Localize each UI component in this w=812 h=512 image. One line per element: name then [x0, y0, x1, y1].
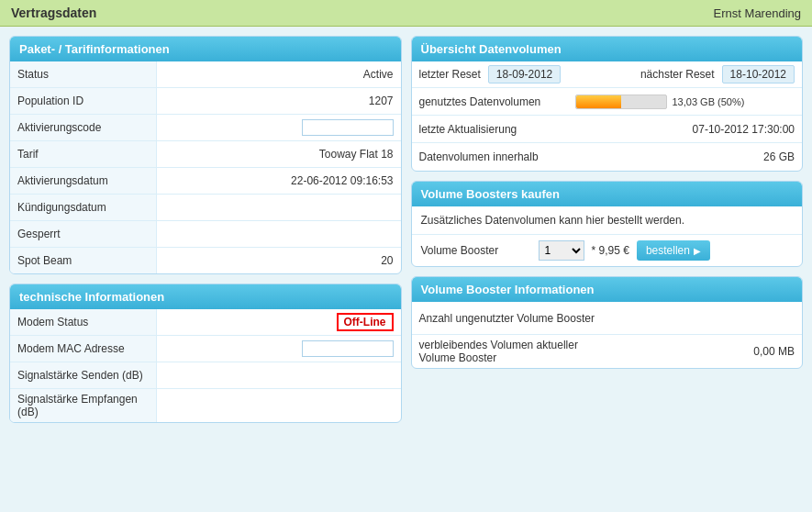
datenvolumen-innerhalb-row: Datenvolumen innerhalb 26 GB — [412, 143, 803, 171]
verbleibendes-label: verbleibendes Volumen aktuellerVolume Bo… — [419, 339, 722, 364]
aktivierungsdatum-label: Aktivierungsdatum — [10, 168, 157, 194]
genutztes-value: 13,03 GB (50%) — [568, 91, 803, 113]
status-label: Status — [10, 61, 157, 87]
aktivierungscode-input[interactable] — [302, 119, 394, 136]
signal-empfangen-value — [157, 402, 401, 409]
table-row: Signalstärke Empfangen (dB) — [10, 389, 401, 422]
datenvolumen-row: genutztes Datenvolumen 13,03 GB (50%) — [412, 88, 803, 116]
left-column: Paket- / Tarifinformationen Status Activ… — [9, 36, 402, 423]
table-row: Aktivierungsdatum 22-06-2012 09:16:53 — [10, 168, 401, 195]
modem-mac-input[interactable] — [302, 340, 394, 357]
tarif-label: Tarif — [10, 141, 157, 167]
reset-row: letzter Reset 18-09-2012 nächster Reset … — [412, 61, 803, 88]
modem-status-value: Off-Line — [157, 309, 401, 335]
booster-info-header: Volume Booster Informationen — [412, 277, 803, 302]
tarif-value: Tooway Flat 18 — [157, 144, 401, 164]
booster-kaufen-body: Zusätzliches Datenvolumen kann hier best… — [412, 206, 803, 266]
aktivierungsdatum-value: 22-06-2012 09:16:53 — [157, 171, 401, 191]
kuendigungsdatum-label: Kündigungsdatum — [10, 195, 157, 220]
anzahl-label: Anzahl ungenutzter Volume Booster — [419, 312, 722, 325]
aktivierungscode-label: Aktivierungscode — [10, 115, 157, 140]
paket-panel-body: Status Active Population ID 1207 Aktivie… — [10, 61, 401, 273]
booster-info-panel: Volume Booster Informationen Anzahl unge… — [411, 276, 804, 369]
table-row: Tarif Tooway Flat 18 — [10, 141, 401, 168]
booster-row-label: Volume Booster — [421, 244, 531, 257]
table-row: Aktivierungscode — [10, 115, 401, 141]
booster-info-body: Anzahl ungenutzter Volume Booster verble… — [412, 302, 803, 368]
signal-senden-label: Signalstärke Senden (dB) — [10, 362, 157, 388]
table-row: Gesperrt — [10, 221, 401, 248]
datenvolumen-innerhalb-label: Datenvolumen innerhalb — [412, 147, 568, 167]
progress-label: 13,03 GB (50%) — [673, 96, 745, 107]
paket-panel-header: Paket- / Tarifinformationen — [10, 37, 401, 61]
population-id-value: 1207 — [157, 91, 401, 111]
progress-bar-outer — [575, 95, 667, 109]
aktivierungscode-field-container — [157, 116, 401, 139]
progress-bar-inner — [576, 95, 621, 108]
bestellen-button[interactable]: bestellen — [637, 240, 710, 261]
status-value: Active — [157, 64, 401, 84]
aktualisierung-row: letzte Aktualisierung 07-10-2012 17:30:0… — [412, 116, 803, 143]
datenvolumen-innerhalb-value: 26 GB — [568, 147, 803, 167]
gesperrt-label: Gesperrt — [10, 221, 157, 247]
bestellen-label: bestellen — [646, 244, 690, 257]
table-row: Spot Beam 20 — [10, 248, 401, 273]
uebersicht-panel: Übersicht Datenvolumen letzter Reset 18-… — [411, 36, 804, 172]
table-row: Anzahl ungenutzter Volume Booster — [412, 302, 803, 335]
kuendigungsdatum-value — [157, 204, 401, 211]
spot-beam-value: 20 — [157, 250, 401, 271]
header: Vertragsdaten Ernst Marending — [0, 0, 812, 27]
modem-mac-field-container — [157, 337, 401, 361]
modem-mac-label: Modem MAC Adresse — [10, 336, 157, 362]
uebersicht-panel-header: Übersicht Datenvolumen — [412, 37, 803, 61]
right-column: Übersicht Datenvolumen letzter Reset 18-… — [411, 36, 804, 423]
table-row: Signalstärke Senden (dB) — [10, 362, 401, 389]
booster-description: Zusätzliches Datenvolumen kann hier best… — [412, 206, 803, 235]
table-row: Population ID 1207 — [10, 88, 401, 115]
table-row: verbleibendes Volumen aktuellerVolume Bo… — [412, 335, 803, 368]
naechster-reset-value: 18-10-2012 — [722, 65, 795, 83]
letzter-reset-label: letzter Reset — [419, 68, 481, 81]
booster-quantity-select[interactable]: 1 2 3 5 — [539, 240, 584, 261]
uebersicht-panel-body: letzter Reset 18-09-2012 nächster Reset … — [412, 61, 803, 171]
progress-container: 13,03 GB (50%) — [575, 95, 795, 109]
letzte-aktualisierung-label: letzte Aktualisierung — [412, 119, 568, 139]
table-row: Modem MAC Adresse — [10, 336, 401, 362]
table-row: Kündigungsdatum — [10, 195, 401, 221]
booster-kaufen-panel: Volume Boosters kaufen Zusätzliches Date… — [411, 181, 804, 267]
table-row: Modem Status Off-Line — [10, 309, 401, 336]
population-id-label: Population ID — [10, 88, 157, 114]
signal-senden-value — [157, 372, 401, 379]
offline-badge: Off-Line — [337, 313, 394, 331]
table-row: Status Active — [10, 61, 401, 88]
technik-panel-header: technische Informationen — [10, 284, 401, 309]
letzte-aktualisierung-value: 07-10-2012 17:30:00 — [568, 119, 803, 139]
booster-order-row: Volume Booster 1 2 3 5 * 9,95 € bestelle… — [412, 235, 803, 266]
paket-panel: Paket- / Tarifinformationen Status Activ… — [9, 36, 402, 274]
letzter-reset-value: 18-09-2012 — [488, 65, 561, 83]
modem-status-label: Modem Status — [10, 309, 157, 335]
user-name: Ernst Marending — [714, 6, 801, 20]
technik-panel-body: Modem Status Off-Line Modem MAC Adresse … — [10, 309, 401, 422]
signal-empfangen-label: Signalstärke Empfangen (dB) — [10, 389, 157, 422]
booster-kaufen-header: Volume Boosters kaufen — [412, 182, 803, 206]
genutztes-label: genutztes Datenvolumen — [412, 92, 568, 112]
technik-panel: technische Informationen Modem Status Of… — [9, 284, 402, 423]
main-content: Paket- / Tarifinformationen Status Activ… — [0, 27, 812, 432]
spot-beam-label: Spot Beam — [10, 248, 157, 273]
naechster-reset-label: nächster Reset — [640, 68, 715, 81]
verbleibendes-value: 0,00 MB — [721, 345, 795, 358]
page-title: Vertragsdaten — [11, 6, 96, 20]
booster-price: * 9,95 € — [592, 244, 629, 257]
gesperrt-value — [157, 230, 401, 238]
